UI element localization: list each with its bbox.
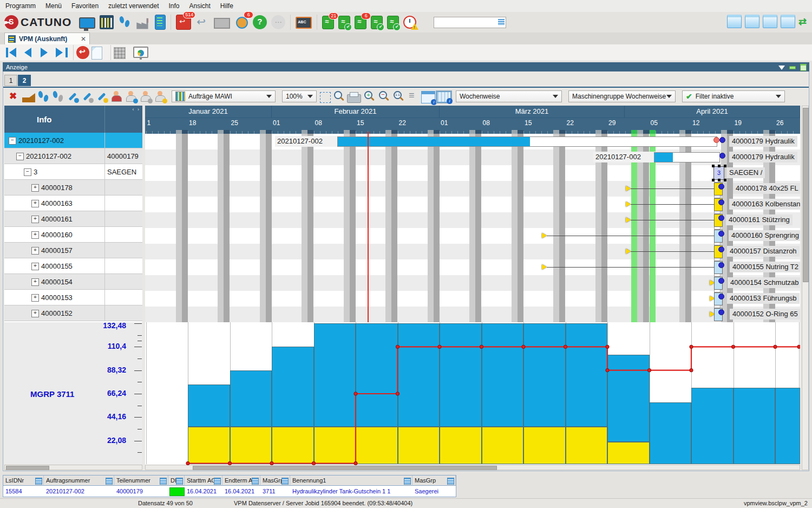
filter-icon[interactable] bbox=[176, 478, 183, 485]
zoom-in-icon[interactable] bbox=[363, 90, 376, 103]
gantt-chart[interactable]: Januar 2021Februar 2021März 2021April 20… bbox=[145, 106, 800, 470]
tree-row-40000157[interactable]: +40000157 bbox=[4, 243, 142, 258]
subtab-1[interactable]: 1 bbox=[4, 75, 17, 86]
tree-row-20210127-002[interactable]: −20210127-002 bbox=[4, 133, 142, 148]
last-record-button[interactable] bbox=[54, 46, 68, 59]
previous-record-button[interactable] bbox=[22, 46, 36, 59]
panel-minimize-icon[interactable] bbox=[789, 66, 796, 69]
expander-icon[interactable]: − bbox=[16, 153, 24, 160]
tree-row-40000178[interactable]: +40000178 bbox=[4, 180, 142, 196]
report-done3-icon[interactable] bbox=[387, 16, 399, 29]
filter-icon[interactable] bbox=[214, 478, 221, 485]
wrench-blue-icon[interactable] bbox=[66, 90, 79, 103]
abort-button[interactable] bbox=[76, 46, 89, 59]
factory-icon[interactable] bbox=[136, 17, 150, 29]
expander-icon[interactable]: + bbox=[31, 247, 39, 255]
zoom-out-icon[interactable] bbox=[377, 90, 390, 103]
selection-handle[interactable] bbox=[718, 165, 721, 167]
gantt-h-scrollbar[interactable] bbox=[145, 465, 800, 470]
table-header-starttm ag[interactable]: Starttm AG bbox=[185, 476, 222, 486]
report-done2-icon[interactable] bbox=[371, 16, 383, 29]
split-windows-icon[interactable]: ⇄ bbox=[798, 16, 807, 28]
tab-close-icon[interactable]: ✕ bbox=[81, 35, 86, 43]
expander-icon[interactable]: + bbox=[31, 263, 39, 270]
tree-row-20210127-002[interactable]: −20210127-00240000179 bbox=[4, 148, 142, 164]
menu-item-favoriten[interactable]: Favoriten bbox=[71, 2, 99, 10]
selection-handle[interactable] bbox=[712, 165, 715, 167]
support-icon[interactable]: 6 bbox=[234, 15, 248, 29]
expander-icon[interactable]: + bbox=[31, 294, 39, 302]
expander-icon[interactable]: + bbox=[31, 231, 39, 239]
selection-handle[interactable] bbox=[724, 179, 726, 181]
menu-item-menü[interactable]: Menü bbox=[45, 2, 62, 10]
chat-icon[interactable] bbox=[271, 15, 285, 29]
clock-warning-icon[interactable] bbox=[403, 16, 416, 29]
milestone-triangle-icon[interactable] bbox=[626, 201, 631, 207]
wrench-yellow-icon[interactable] bbox=[95, 90, 108, 103]
window-4-button[interactable] bbox=[781, 15, 795, 28]
display-gray-icon[interactable] bbox=[214, 18, 230, 29]
fit-view-icon[interactable] bbox=[320, 92, 331, 103]
person-gray-icon[interactable] bbox=[139, 90, 152, 103]
funnel-icon[interactable] bbox=[22, 92, 35, 102]
mailbox-icon[interactable]: 514 bbox=[176, 15, 191, 30]
tree-row-40000163[interactable]: +40000163 bbox=[4, 196, 142, 211]
person-yellow-icon[interactable] bbox=[154, 90, 167, 103]
tree-row-40000160[interactable]: +40000160 bbox=[4, 227, 142, 243]
order-bar[interactable] bbox=[337, 136, 717, 147]
table-header-teilenummer[interactable]: Teilenummer bbox=[114, 476, 168, 486]
print-icon[interactable] bbox=[347, 94, 361, 103]
milestone-triangle-icon[interactable] bbox=[542, 264, 547, 270]
milestone-triangle-icon[interactable] bbox=[626, 186, 631, 191]
order-bar[interactable] bbox=[654, 152, 720, 162]
panel-restore-icon[interactable] bbox=[800, 64, 807, 71]
tree-h-scrollbar[interactable] bbox=[4, 465, 142, 470]
grid-view-icon[interactable] bbox=[114, 47, 126, 59]
table-header-masgrp[interactable]: MasGrp bbox=[412, 476, 456, 486]
report-new-icon[interactable]: 21 bbox=[322, 16, 334, 29]
tree-row-40000154[interactable]: +40000154 bbox=[4, 274, 142, 290]
filter-icon[interactable] bbox=[404, 478, 411, 485]
expander-icon[interactable]: − bbox=[24, 168, 31, 176]
expander-icon[interactable]: + bbox=[31, 310, 39, 317]
filter-icon[interactable] bbox=[447, 478, 454, 485]
tree-row-40000161[interactable]: +40000161 bbox=[4, 211, 142, 227]
zoom-combo[interactable]: 100% bbox=[282, 90, 317, 102]
first-record-button[interactable] bbox=[5, 46, 19, 59]
selection-handle[interactable] bbox=[712, 179, 715, 181]
table-header-benennung1[interactable]: Benennung1 bbox=[290, 476, 412, 486]
milestone-triangle-icon[interactable] bbox=[626, 249, 631, 254]
server-icon[interactable] bbox=[155, 15, 166, 30]
menu-item-programm[interactable]: Programm bbox=[5, 2, 36, 10]
magnifier-icon[interactable] bbox=[332, 90, 345, 103]
search-input[interactable] bbox=[434, 17, 496, 28]
view-combo[interactable]: Aufträge MAWI bbox=[172, 90, 276, 102]
menu-item-zuletzt-verwendet[interactable]: zuletzt verwendet bbox=[108, 2, 159, 10]
expander-icon[interactable]: + bbox=[31, 278, 39, 286]
next-record-button[interactable] bbox=[38, 46, 52, 59]
table-header-dk[interactable]: DK bbox=[168, 476, 185, 486]
tree-row-40000152[interactable]: +40000152 bbox=[4, 305, 142, 321]
expander-icon[interactable]: + bbox=[31, 216, 39, 223]
selected-operation-bar[interactable]: 3 bbox=[713, 166, 724, 180]
expander-icon[interactable]: + bbox=[31, 184, 39, 192]
milestone-triangle-icon[interactable] bbox=[542, 233, 547, 238]
milestone-triangle-icon[interactable] bbox=[626, 217, 631, 223]
table-header-auftragsnummer[interactable]: Auftragsnummer bbox=[44, 476, 114, 486]
filter-combo[interactable]: ✔ Filter inaktive bbox=[682, 90, 785, 102]
report-alert-icon[interactable]: 6 bbox=[355, 16, 366, 29]
person-red-icon[interactable] bbox=[110, 90, 123, 103]
table-header-endterm ag[interactable]: Endterm AG bbox=[222, 476, 260, 486]
help-icon[interactable] bbox=[253, 15, 267, 29]
menu-item-info[interactable]: Info bbox=[168, 2, 179, 10]
anzeige-titlebar[interactable]: Anzeige bbox=[3, 62, 809, 71]
report-done-icon[interactable] bbox=[338, 16, 350, 29]
production-chart-icon[interactable] bbox=[100, 15, 114, 29]
quick-search[interactable] bbox=[434, 17, 506, 28]
zoom-1-1-icon[interactable] bbox=[392, 90, 405, 103]
new-document-icon[interactable] bbox=[91, 47, 102, 60]
window-info-icon[interactable] bbox=[421, 91, 435, 103]
tree-row-40000155[interactable]: +40000155 bbox=[4, 258, 142, 274]
person-blue-icon[interactable] bbox=[125, 90, 137, 103]
footsteps-gray-icon[interactable] bbox=[51, 90, 64, 103]
